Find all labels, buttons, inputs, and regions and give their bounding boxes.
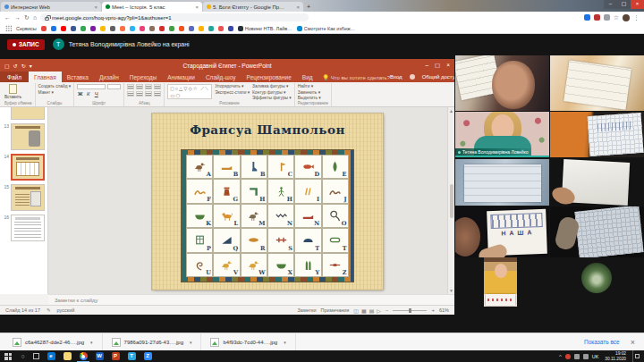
home-icon[interactable]: ⌂ bbox=[33, 14, 37, 21]
puzzle-extensions-icon[interactable] bbox=[604, 14, 610, 21]
normal-view-icon[interactable]: ◫ bbox=[353, 307, 359, 314]
recording-tray-icon[interactable] bbox=[565, 354, 571, 359]
paragraph-button-icon[interactable] bbox=[154, 84, 161, 89]
slideshow-view-icon[interactable]: ▷ bbox=[377, 307, 381, 314]
browser-tab[interactable]: 5. Боги Єгипту - Google Пр…× bbox=[203, 2, 303, 12]
vertical-scrollbar[interactable]: ▲ ▼ bbox=[447, 107, 454, 294]
save-icon[interactable]: ▢ bbox=[4, 63, 10, 69]
bookmark-favicon-icon[interactable] bbox=[208, 26, 214, 31]
share-button[interactable]: Общий доступ bbox=[422, 74, 454, 80]
bookmark-favicon-icon[interactable] bbox=[199, 26, 204, 31]
participant-tile-5[interactable] bbox=[455, 159, 549, 206]
paragraph-button-icon[interactable] bbox=[136, 84, 143, 89]
bookmark-favicon-icon[interactable] bbox=[71, 26, 76, 31]
download-item[interactable]: c6a46287-dde2-46….jpg▾ bbox=[4, 333, 103, 350]
bookmark-favicon-icon[interactable] bbox=[100, 26, 106, 31]
download-item[interactable]: 7986a091-27d6-43….jpg▾ bbox=[103, 333, 202, 350]
bookmark-item[interactable]: Смотрите Как избеж… bbox=[297, 26, 355, 31]
bookmark-star-icon[interactable]: ☆ bbox=[614, 14, 619, 21]
zoom-percent[interactable]: 61% bbox=[439, 307, 449, 313]
paragraph-button-icon[interactable] bbox=[127, 84, 134, 89]
taskbar-search-icon[interactable]: ○ bbox=[16, 353, 30, 359]
notification-center-icon[interactable] bbox=[632, 350, 641, 362]
undo-icon[interactable]: ↺ bbox=[13, 63, 18, 69]
ribbon-button[interactable]: Заливка фигуры ▾ bbox=[252, 84, 292, 88]
format-button-u[interactable]: Ч bbox=[93, 91, 99, 97]
bookmark-favicon-icon[interactable] bbox=[218, 26, 224, 31]
close-button[interactable]: × bbox=[631, 0, 644, 9]
maximize-button[interactable]: ▢ bbox=[617, 0, 631, 9]
minimize-button[interactable]: – bbox=[604, 0, 617, 9]
tab-close-icon[interactable]: × bbox=[296, 4, 300, 10]
task-view-icon[interactable] bbox=[30, 353, 43, 360]
zoom-out-icon[interactable]: − bbox=[386, 307, 389, 313]
tray-expand-icon[interactable]: ^ bbox=[559, 354, 562, 359]
zoom-slider-knob[interactable] bbox=[409, 308, 411, 313]
bookmark-favicon-icon[interactable] bbox=[149, 26, 155, 31]
ribbon-tab[interactable]: Вид bbox=[297, 72, 318, 82]
spellcheck-icon[interactable]: ✎ bbox=[47, 307, 51, 313]
shapes-gallery[interactable]: ◻○△▽◇☆ ⟋⟍ ▭⬡ bbox=[167, 84, 212, 99]
taskbar-clock[interactable]: 19:02 30.11.2020 bbox=[602, 351, 629, 361]
url-field[interactable]: meet.google.com/hoq-vpro-agy?pli=1&authu… bbox=[40, 13, 309, 21]
zoom-slider[interactable] bbox=[393, 310, 427, 311]
new-tab-button[interactable]: + bbox=[303, 2, 314, 12]
ribbon-tab[interactable]: Анимации bbox=[162, 72, 200, 82]
paste-button[interactable]: Вставить bbox=[4, 84, 21, 99]
back-icon[interactable]: ← bbox=[4, 14, 11, 21]
notes-pane[interactable]: Заметки к слайду bbox=[48, 294, 454, 305]
bookmark-favicon-icon[interactable] bbox=[51, 26, 56, 31]
tell-me-box[interactable]: 💡 Что вы хотите сделать? bbox=[323, 74, 390, 80]
paragraph-button-icon[interactable] bbox=[127, 91, 134, 97]
notes-toggle[interactable]: Заметки bbox=[298, 307, 317, 313]
slide-thumbnail[interactable]: 13 bbox=[0, 122, 47, 152]
browser-tab[interactable]: Meet – Історія. 5 клас× bbox=[102, 2, 202, 12]
start-button[interactable] bbox=[0, 353, 16, 360]
participant-tile-4[interactable] bbox=[550, 112, 644, 157]
font-size-box[interactable] bbox=[107, 84, 121, 89]
taskbar-app-zoom[interactable]: Z bbox=[140, 350, 156, 362]
format-button-i[interactable]: К bbox=[85, 91, 91, 97]
paragraph-button-icon[interactable] bbox=[136, 91, 143, 97]
extension-icon[interactable] bbox=[594, 14, 600, 21]
scroll-up-icon[interactable]: ▲ bbox=[449, 108, 453, 114]
zoom-in-icon[interactable]: + bbox=[431, 307, 435, 313]
slide-thumbnail[interactable] bbox=[0, 107, 47, 122]
participant-tile-7[interactable]: Н А Ш А bbox=[455, 206, 549, 257]
ppt-restore-button[interactable]: ▢ bbox=[435, 62, 440, 69]
ribbon-button[interactable]: Макет ▾ bbox=[38, 90, 72, 95]
chevron-down-icon[interactable]: ▾ bbox=[187, 340, 192, 345]
bookmark-favicon-icon[interactable] bbox=[41, 26, 47, 31]
participant-tile-small[interactable] bbox=[484, 257, 517, 307]
file-tab[interactable]: Файл bbox=[0, 72, 29, 82]
bookmark-favicon-icon[interactable] bbox=[169, 26, 174, 31]
paragraph-button-icon[interactable] bbox=[145, 91, 152, 97]
forward-icon[interactable]: → bbox=[14, 14, 21, 21]
download-item[interactable]: b4f93dc-7cd0-44….jpg▾ bbox=[201, 333, 295, 350]
paragraph-button-icon[interactable] bbox=[154, 91, 161, 97]
apps-label[interactable]: Сервисы bbox=[16, 26, 37, 31]
taskbar-app-edge[interactable]: e bbox=[43, 350, 59, 362]
browser-tab[interactable]: Интересни Web× bbox=[1, 2, 101, 12]
ribbon-tab[interactable]: Переходы bbox=[124, 72, 163, 82]
taskbar-app-chrome[interactable] bbox=[75, 350, 91, 362]
ribbon-tab[interactable]: Слайд-шоу bbox=[200, 72, 242, 82]
reload-icon[interactable]: ↻ bbox=[24, 14, 30, 21]
bookmark-favicon-icon[interactable] bbox=[140, 26, 145, 31]
profile-avatar[interactable] bbox=[623, 14, 630, 21]
ribbon-button[interactable]: Упорядочить ▾ bbox=[215, 84, 250, 88]
participant-tile-8[interactable] bbox=[550, 206, 644, 257]
taskbar-app-powerpoint[interactable]: P bbox=[107, 350, 123, 362]
ppt-minimize-button[interactable]: – bbox=[425, 62, 428, 69]
ribbon-button[interactable]: Заменить ▾ bbox=[298, 90, 321, 95]
bookmark-favicon-icon[interactable] bbox=[90, 26, 96, 31]
ribbon-button[interactable]: Экспресс-стили ▾ bbox=[215, 90, 250, 95]
participant-tile-1[interactable] bbox=[455, 55, 549, 111]
ribbon-button[interactable]: Контур фигуры ▾ bbox=[252, 90, 292, 95]
bookmark-favicon-icon[interactable] bbox=[228, 26, 233, 31]
bookmark-favicon-icon[interactable] bbox=[80, 26, 86, 31]
sorter-view-icon[interactable]: ▦ bbox=[361, 307, 367, 314]
bookmark-item[interactable]: Новини НТВ. Лайв… bbox=[238, 26, 292, 31]
ribbon-tab[interactable]: Дизайн bbox=[94, 72, 124, 82]
taskbar-app-explorer[interactable] bbox=[59, 350, 75, 362]
